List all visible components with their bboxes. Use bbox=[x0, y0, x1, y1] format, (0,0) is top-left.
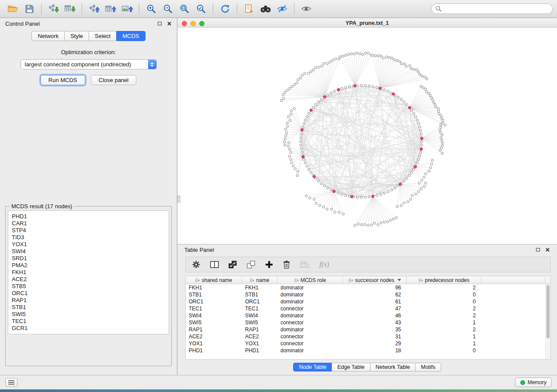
close-window-button[interactable] bbox=[182, 21, 187, 26]
criterion-select[interactable]: largest connected component (undirected) bbox=[21, 59, 157, 69]
mcds-result-item[interactable]: CAR1 bbox=[12, 220, 165, 227]
mcds-result-item[interactable]: PMA2 bbox=[12, 262, 165, 269]
minimize-window-button[interactable] bbox=[190, 21, 196, 26]
refresh-view-button[interactable] bbox=[217, 2, 233, 16]
table-cell[interactable]: YOX1 bbox=[186, 340, 242, 347]
table-cell[interactable]: YOX1 bbox=[242, 340, 277, 347]
network-canvas[interactable] bbox=[177, 28, 557, 244]
table-cell[interactable]: ORC1 bbox=[242, 299, 277, 305]
mcds-result-item[interactable]: PHD1 bbox=[12, 213, 165, 220]
mcds-result-item[interactable]: SRD1 bbox=[12, 255, 165, 262]
table-cell[interactable]: 2 bbox=[407, 327, 481, 333]
mcds-result-item[interactable]: YOX1 bbox=[12, 241, 165, 248]
table-cell[interactable]: STB1 bbox=[186, 292, 242, 298]
table-scrollbar[interactable] bbox=[545, 284, 550, 359]
table-cell[interactable]: 0 bbox=[407, 347, 481, 354]
table-cell[interactable]: ORC1 bbox=[186, 299, 242, 305]
table-cell[interactable]: STB1 bbox=[242, 292, 277, 298]
mcds-result-item[interactable]: TEC1 bbox=[12, 318, 165, 325]
splitter-handle[interactable] bbox=[177, 196, 180, 203]
table-cell[interactable]: TEC1 bbox=[186, 306, 242, 312]
table-row[interactable]: FKH1FKH1dominator962 bbox=[186, 284, 545, 291]
column-header-mcds-role[interactable]: MCDS role bbox=[277, 276, 343, 284]
delete-table-button[interactable] bbox=[300, 261, 310, 268]
table-row[interactable]: ORC1ORC1dominator610 bbox=[186, 298, 545, 305]
mcds-result-item[interactable]: SWI4 bbox=[12, 248, 165, 255]
network-window-titlebar[interactable]: YPA_prune.txt_1 bbox=[177, 19, 557, 28]
table-row[interactable]: STB1STB1dominator620 bbox=[186, 291, 545, 298]
table-cell[interactable]: dominator bbox=[277, 292, 343, 298]
table-cell[interactable]: dominator bbox=[277, 347, 343, 354]
mcds-result-item[interactable]: STB1 bbox=[12, 304, 165, 311]
table-cell[interactable]: 47 bbox=[343, 306, 407, 312]
table-settings-button[interactable] bbox=[192, 260, 201, 269]
zoom-out-button[interactable] bbox=[159, 2, 176, 16]
save-session-button[interactable] bbox=[21, 2, 38, 16]
float-panel-button[interactable] bbox=[158, 22, 162, 25]
close-control-panel-button[interactable]: ✕ bbox=[167, 21, 172, 27]
maximize-window-button[interactable] bbox=[199, 21, 204, 26]
table-cell[interactable]: connector bbox=[277, 340, 343, 347]
open-network-button[interactable] bbox=[4, 2, 21, 16]
table-cell[interactable]: PHD1 bbox=[186, 347, 242, 354]
table-row[interactable]: ACE2ACE2connector311 bbox=[186, 333, 545, 340]
export-network-button[interactable] bbox=[86, 2, 102, 16]
table-cell[interactable]: 2 bbox=[407, 306, 481, 312]
table-cell[interactable]: SWI4 bbox=[186, 313, 242, 319]
table-cell[interactable]: 62 bbox=[343, 292, 407, 298]
search-box[interactable] bbox=[431, 3, 553, 14]
table-cell[interactable]: 2 bbox=[407, 285, 481, 291]
table-row[interactable]: PHD1PHD1dominator180 bbox=[186, 347, 545, 354]
close-panel-button[interactable]: Close panel bbox=[91, 75, 137, 85]
mcds-result-item[interactable]: STB5 bbox=[12, 283, 165, 290]
table-cell[interactable]: 1 bbox=[407, 320, 481, 326]
mcds-result-item[interactable]: GCR1 bbox=[12, 325, 165, 332]
table-cell[interactable]: 46 bbox=[343, 313, 407, 319]
network-graph[interactable] bbox=[177, 28, 557, 244]
clone-network-button[interactable] bbox=[241, 2, 257, 16]
table-row[interactable]: TEC1TEC1connector472 bbox=[186, 305, 545, 312]
tab-network[interactable]: Network bbox=[31, 31, 65, 41]
zoom-selected-button[interactable] bbox=[193, 2, 209, 16]
table-cell[interactable]: 31 bbox=[343, 334, 407, 340]
table-cell[interactable]: 61 bbox=[343, 299, 407, 305]
import-table-button[interactable] bbox=[62, 2, 78, 16]
table-cell[interactable]: PHD1 bbox=[242, 347, 277, 354]
tab-edge-table[interactable]: Edge Table bbox=[332, 363, 370, 371]
table-cell[interactable]: 18 bbox=[343, 347, 407, 354]
scrollbar-thumb[interactable] bbox=[547, 285, 550, 338]
run-mcds-button[interactable]: Run MCDS bbox=[41, 75, 85, 85]
tab-select[interactable]: Select bbox=[89, 31, 117, 41]
mcds-result-list[interactable]: PHD1CAR1STP4TID3YOX1SWI4SRD1PMA2FKH1ACE2… bbox=[8, 210, 169, 334]
delete-column-button[interactable] bbox=[283, 260, 291, 269]
mcds-result-item[interactable]: ACE2 bbox=[12, 276, 165, 283]
table-cell[interactable]: FKH1 bbox=[186, 285, 242, 291]
table-cell[interactable]: SWI5 bbox=[186, 320, 242, 326]
table-cell[interactable]: 2 bbox=[407, 313, 481, 319]
column-layout-button[interactable] bbox=[210, 261, 219, 268]
table-row[interactable]: RAP1RAP1dominator352 bbox=[186, 326, 545, 333]
table-row[interactable]: SWI5SWI5connector431 bbox=[186, 319, 545, 326]
table-cell[interactable]: ACE2 bbox=[242, 334, 277, 340]
table-row[interactable]: SWI4SWI4dominator462 bbox=[186, 312, 545, 319]
column-header-successor-nodes[interactable]: successor nodes bbox=[343, 276, 407, 284]
column-header-name[interactable]: name bbox=[242, 276, 277, 284]
table-cell[interactable]: ACE2 bbox=[186, 334, 242, 340]
mcds-result-item[interactable]: RAP1 bbox=[12, 297, 165, 304]
select-all-rows-button[interactable] bbox=[228, 261, 237, 268]
table-cell[interactable]: SWI5 bbox=[242, 320, 277, 326]
float-table-panel-button[interactable] bbox=[536, 248, 540, 251]
hide-graphics-button[interactable] bbox=[274, 2, 291, 16]
table-cell[interactable]: dominator bbox=[277, 299, 343, 305]
status-menu-button[interactable] bbox=[5, 378, 17, 387]
export-image-button[interactable] bbox=[119, 2, 135, 16]
mcds-result-item[interactable]: STP4 bbox=[12, 227, 165, 234]
add-column-button[interactable] bbox=[265, 261, 273, 268]
mcds-result-item[interactable]: FKH1 bbox=[12, 269, 165, 276]
show-graphics-details-button[interactable] bbox=[298, 2, 315, 16]
table-cell[interactable]: dominator bbox=[277, 327, 343, 333]
table-cell[interactable]: connector bbox=[277, 334, 343, 340]
table-cell[interactable]: 0 bbox=[407, 292, 481, 298]
tab-network-table[interactable]: Network Table bbox=[370, 363, 416, 371]
import-network-button[interactable] bbox=[45, 2, 62, 16]
